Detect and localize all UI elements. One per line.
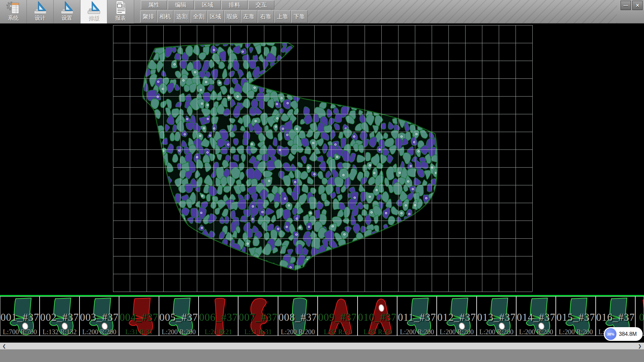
thumbnail-cell[interactable]: 014_#37L:200 R:200 xyxy=(516,296,556,336)
action-button-row: 聚排相机选割全割区域瑕疵左靠右靠上靠下靠 xyxy=(140,10,308,23)
menu-button-0[interactable]: 属性 xyxy=(141,0,167,9)
thumbnail-cell[interactable]: 007_#37L:31 R:31 xyxy=(238,296,278,336)
report-icon xyxy=(113,1,128,15)
close-button[interactable]: ✕ xyxy=(632,1,643,10)
piece-thumbnail-shape xyxy=(199,297,238,336)
thumbnail-cell[interactable]: 001_#37L:700 R:700 xyxy=(0,296,40,336)
application-window: 系统设计设置排版报表 属性编辑区域排料交互 聚排相机选割全割区域瑕疵左靠右靠上靠… xyxy=(0,0,644,362)
piece-thumbnail-shape xyxy=(318,297,357,336)
toolbar: 系统设计设置排版报表 属性编辑区域排料交互 聚排相机选割全割区域瑕疵左靠右靠上靠… xyxy=(0,0,644,23)
status-bar xyxy=(0,349,644,362)
main-tab-settings[interactable]: 设置 xyxy=(54,0,80,23)
main-tab-design[interactable]: 设计 xyxy=(27,0,54,23)
toolbar-hatch-texture xyxy=(265,0,617,23)
action-button-1[interactable]: 相机 xyxy=(157,10,173,23)
action-button-6[interactable]: 左靠 xyxy=(241,10,257,23)
thumbnail-cell[interactable]: 005_#37L:200 R:200 xyxy=(159,296,199,336)
piece-thumbnail-shape xyxy=(477,297,516,336)
scroll-left-arrow[interactable]: ❮ xyxy=(2,343,6,350)
scroll-right-arrow[interactable]: ❯ xyxy=(638,343,642,350)
set-square-icon xyxy=(33,1,48,15)
piece-thumbnail-shape xyxy=(0,297,40,336)
piece-thumbnail-shape xyxy=(80,297,119,336)
action-button-9[interactable]: 下靠 xyxy=(291,10,308,23)
action-button-5[interactable]: 瑕疵 xyxy=(224,10,240,23)
piece-thumbnail-shape xyxy=(278,297,318,336)
system-gear-icon xyxy=(6,1,21,15)
main-tab-label: 设计 xyxy=(35,15,46,21)
thumbnail-cell[interactable]: 009_#37L:32 R:31 xyxy=(318,296,357,336)
menu-button-row: 属性编辑区域排料交互 xyxy=(141,0,274,9)
thumbnail-cell[interactable]: 002_#37L:132 R:132 xyxy=(40,296,79,336)
memory-text: 384.8M xyxy=(619,331,637,337)
thumbnail-strip: 001_#37L:700 R:700002_#37L:132 R:132003_… xyxy=(0,296,644,336)
piece-thumbnail-shape xyxy=(159,297,199,336)
main-tab-report[interactable]: 报表 xyxy=(107,0,134,23)
thumbnail-cell[interactable]: 013_#37L:200 R:200 xyxy=(477,296,516,336)
piece-thumbnail-shape xyxy=(397,297,437,336)
menu-button-3[interactable]: 排料 xyxy=(221,0,248,9)
main-tab-label: 报表 xyxy=(115,15,126,21)
action-button-4[interactable]: 区域 xyxy=(207,10,224,23)
piece-thumbnail-shape xyxy=(556,297,595,336)
piece-thumbnail-shape xyxy=(238,297,278,336)
horizontal-scrollbar[interactable]: ❮ ❯ xyxy=(0,343,644,349)
piece-thumbnail-shape xyxy=(437,297,476,336)
piece-thumbnail-shape xyxy=(358,297,397,336)
action-button-3[interactable]: 全割 xyxy=(191,10,207,23)
thumbnail-cell[interactable]: 012_#37L:200 R:200 xyxy=(437,296,476,336)
action-button-7[interactable]: 右靠 xyxy=(258,10,274,23)
minimize-button[interactable]: — xyxy=(621,1,631,10)
window-controls: — ✕ xyxy=(621,1,643,10)
main-tab-label: 设置 xyxy=(62,15,72,21)
piece-thumbnail-shape xyxy=(40,297,79,336)
main-toolbar-tabs: 系统设计设置排版报表 xyxy=(0,0,134,23)
piece-thumbnail-shape xyxy=(517,297,556,336)
thumbnail-cell[interactable]: 004_#37L:31 R:31 xyxy=(119,296,159,336)
main-tab-layout[interactable]: 排版 xyxy=(80,0,107,23)
nesting-canvas[interactable] xyxy=(0,23,644,295)
main-tab-system[interactable]: 系统 xyxy=(0,0,27,23)
action-button-2[interactable]: 选割 xyxy=(174,10,190,23)
thumbnail-cell[interactable]: 003_#37L:200 R:200 xyxy=(79,296,119,336)
menu-button-1[interactable]: 编辑 xyxy=(168,0,194,9)
menu-button-4[interactable]: 交互 xyxy=(248,0,274,9)
action-button-8[interactable]: 上靠 xyxy=(274,10,291,23)
main-tab-label: 系统 xyxy=(8,15,19,21)
thumbnail-cell[interactable]: 008_#37L:200 R:200 xyxy=(278,296,318,336)
memory-badge[interactable]: 38% 384.8M xyxy=(604,327,643,341)
thumbnail-cell[interactable]: 015_#37L:200 R:200 xyxy=(556,296,595,336)
main-tab-label: 排版 xyxy=(89,15,99,21)
thumbnail-cell[interactable]: 010_#37L:33 R:33 xyxy=(358,296,397,336)
progress-circle: 38% xyxy=(605,328,616,340)
thumbnail-cell[interactable]: 011_#37L:200 R:200 xyxy=(397,296,437,336)
thumbnail-cell[interactable]: 006_#37L:21 R:21 xyxy=(199,296,238,336)
piece-thumbnail-shape xyxy=(119,297,159,336)
set-square-icon xyxy=(86,1,102,15)
set-square-icon xyxy=(59,1,75,15)
menu-button-2[interactable]: 区域 xyxy=(195,0,221,9)
action-button-0[interactable]: 聚排 xyxy=(140,10,157,23)
